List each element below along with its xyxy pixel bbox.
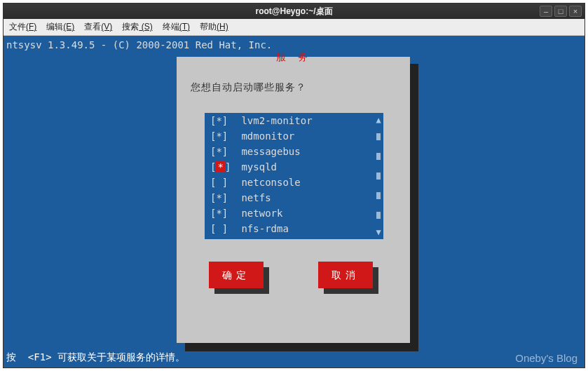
scroll-tick — [376, 192, 381, 199]
window-title: root@Heygo:~/桌面 — [4, 6, 584, 18]
dialog-question: 您想自动启动哪些服务？ — [191, 81, 306, 93]
cancel-button[interactable]: 取消 — [318, 262, 373, 288]
dialog-title: 服 务 — [177, 50, 410, 63]
services-dialog: 服 务 您想自动启动哪些服务？ ▲ ▼ [*] lvm2-monitor[*] … — [177, 57, 410, 343]
scrollbar[interactable]: ▲ ▼ — [375, 113, 382, 239]
terminal-footer-text: 按 <F1> 可获取关于某项服务的详情。 — [6, 351, 185, 363]
close-button[interactable]: × — [569, 6, 582, 17]
service-row[interactable]: [*] messagebus — [205, 144, 383, 159]
service-checkbox[interactable]: [*] — [210, 161, 235, 173]
application-window: root@Heygo:~/桌面 – □ × 文件(F) 编辑(E) 查看(V) … — [3, 3, 585, 368]
service-name: mysqld — [235, 161, 277, 173]
menu-search[interactable]: 搜索 (S) — [122, 21, 152, 33]
service-name: messagebus — [235, 145, 301, 158]
service-name: netfs — [235, 191, 271, 204]
scroll-up-icon[interactable]: ▲ — [376, 113, 381, 127]
service-checkbox[interactable]: [ ] — [210, 176, 235, 189]
service-checkbox[interactable]: [*] — [210, 114, 235, 127]
scroll-tick — [376, 153, 381, 160]
maximize-button[interactable]: □ — [554, 6, 567, 17]
terminal-header-text: ntsysv 1.3.49.5 - (C) 2000-2001 Red Hat,… — [6, 39, 272, 51]
service-name: lvm2-monitor — [235, 114, 313, 127]
service-row[interactable]: [*] lvm2-monitor — [205, 113, 383, 128]
service-row[interactable]: [ ] netconsole — [205, 175, 383, 190]
scroll-tick — [376, 212, 381, 219]
scroll-down-icon[interactable]: ▼ — [376, 225, 381, 239]
watermark-text: Oneby's Blog — [515, 352, 577, 365]
service-checkbox[interactable]: [*] — [210, 191, 235, 204]
menu-edit[interactable]: 编辑(E) — [46, 21, 74, 33]
menu-view[interactable]: 查看(V) — [84, 21, 112, 33]
scroll-tick — [376, 133, 381, 140]
service-row[interactable]: [ ] nfs-rdma — [205, 221, 383, 236]
terminal-area[interactable]: ntsysv 1.3.49.5 - (C) 2000-2001 Red Hat,… — [4, 36, 584, 367]
titlebar: root@Heygo:~/桌面 – □ × — [4, 4, 584, 19]
service-checkbox[interactable]: [*] — [210, 207, 235, 220]
service-name: network — [235, 207, 282, 220]
service-row[interactable]: [*] mdmonitor — [205, 128, 383, 144]
service-name: mdmonitor — [235, 130, 294, 142]
service-checkbox[interactable]: [*] — [210, 145, 235, 158]
menu-terminal[interactable]: 终端(T) — [163, 21, 190, 33]
window-controls: – □ × — [540, 6, 582, 17]
minimize-button[interactable]: – — [540, 6, 552, 17]
ok-button[interactable]: 确定 — [209, 262, 264, 288]
service-checkbox[interactable]: [ ] — [210, 222, 235, 235]
service-name: netconsole — [235, 176, 301, 189]
service-row[interactable]: [*] network — [205, 205, 383, 221]
service-checkbox[interactable]: [*] — [210, 130, 235, 142]
scroll-tick — [376, 173, 381, 180]
service-row[interactable]: [*] mysqld — [205, 159, 383, 175]
menu-file[interactable]: 文件(F) — [9, 21, 36, 33]
menu-help[interactable]: 帮助(H) — [200, 21, 228, 33]
menubar: 文件(F) 编辑(E) 查看(V) 搜索 (S) 终端(T) 帮助(H) — [4, 19, 584, 36]
service-row[interactable]: [*] netfs — [205, 190, 383, 205]
service-name: nfs-rdma — [235, 222, 289, 235]
service-list[interactable]: ▲ ▼ [*] lvm2-monitor[*] mdmonitor[*] mes… — [205, 113, 383, 239]
